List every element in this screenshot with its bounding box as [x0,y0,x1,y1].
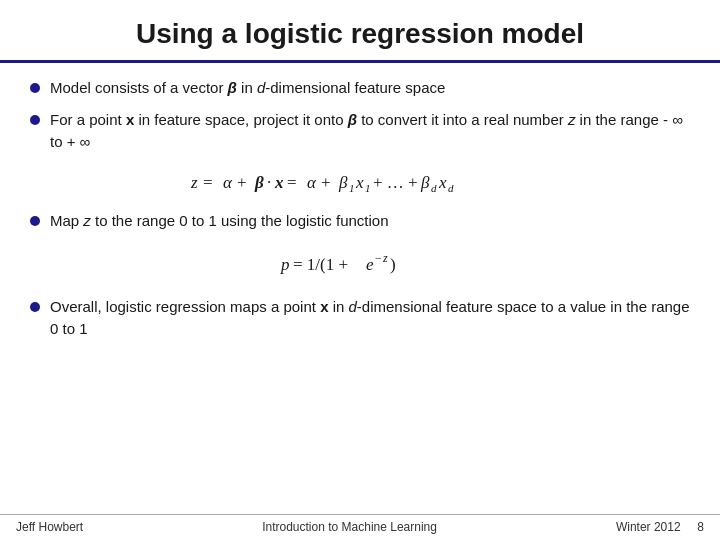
svg-text:p: p [280,255,290,274]
svg-text:= 1/(1 +: = 1/(1 + [293,255,348,274]
footer-semester: Winter 2012 8 [616,520,704,534]
footer-page: 8 [697,520,704,534]
bullet-text-4: Overall, logistic regression maps a poin… [50,296,690,340]
svg-text:d: d [431,182,437,194]
formula-p-svg: p = 1/(1 + e − z ) [271,244,471,286]
svg-text:·: · [267,173,271,192]
footer: Jeff Howbert Introduction to Machine Lea… [0,514,720,540]
svg-text:): ) [390,255,396,274]
svg-text:−: − [375,251,382,265]
bullet-dot-4 [30,302,40,312]
bullet-text-1: Model consists of a vector β in d-dimens… [50,77,445,99]
svg-text:=: = [203,173,213,192]
bullet-text-2: For a point x in feature space, project … [50,109,690,153]
svg-text:d: d [448,182,454,194]
svg-text:+: + [321,173,331,192]
bullet-item-4: Overall, logistic regression maps a poin… [30,296,690,340]
svg-text:e: e [366,255,374,274]
svg-text:β: β [254,173,264,192]
svg-text:β: β [338,173,348,192]
svg-text:x: x [274,173,284,192]
bullet-dot-2 [30,115,40,125]
svg-text:z: z [382,251,388,265]
formula-z-svg: z = α + β · x = α + β 1 x 1 + … + β d x … [181,164,561,200]
bullet-item-3: Map z to the range 0 to 1 using the logi… [30,210,690,232]
slide-title: Using a logistic regression model [30,18,690,50]
content-area: Model consists of a vector β in d-dimens… [0,63,720,514]
bullet-dot-1 [30,83,40,93]
svg-text:1: 1 [365,182,371,194]
svg-text:=: = [287,173,297,192]
bullet-item-1: Model consists of a vector β in d-dimens… [30,77,690,99]
svg-text:z: z [190,173,198,192]
svg-text:β: β [420,173,430,192]
slide: Using a logistic regression model Model … [0,0,720,540]
footer-year: Winter 2012 [616,520,681,534]
svg-text:α: α [223,173,233,192]
svg-text:1: 1 [349,182,355,194]
svg-text:x: x [438,173,447,192]
svg-text:+ … +: + … + [373,173,418,192]
bullet-item-2: For a point x in feature space, project … [30,109,690,153]
footer-course: Introduction to Machine Learning [262,520,437,534]
formula-z: z = α + β · x = α + β 1 x 1 + … + β d x … [52,164,690,200]
footer-author: Jeff Howbert [16,520,83,534]
svg-text:α: α [307,173,317,192]
bullet-dot-3 [30,216,40,226]
bullet-text-3: Map z to the range 0 to 1 using the logi… [50,210,389,232]
svg-text:x: x [355,173,364,192]
svg-text:+: + [237,173,247,192]
formula-p: p = 1/(1 + e − z ) [52,244,690,286]
title-bar: Using a logistic regression model [0,0,720,63]
